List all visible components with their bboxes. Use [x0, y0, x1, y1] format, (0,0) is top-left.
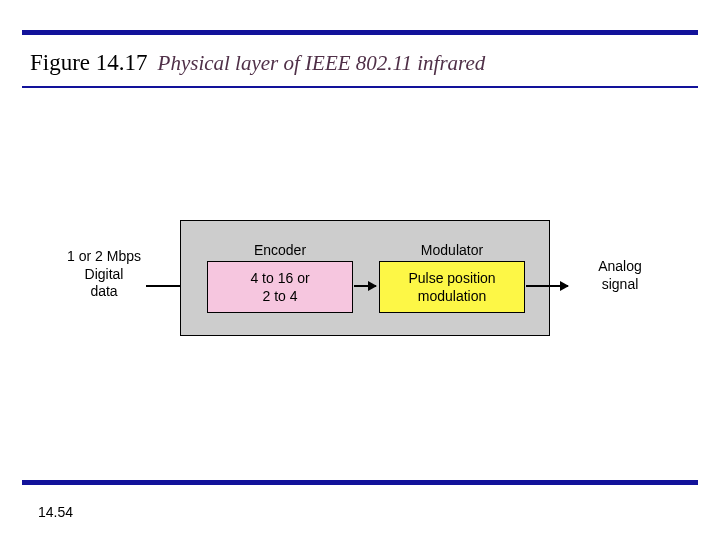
- top-rule: [22, 30, 698, 35]
- modulator-line1: Pulse position: [380, 270, 524, 288]
- modulator-header: Modulator: [380, 242, 524, 260]
- output-label: Analog signal: [572, 258, 668, 293]
- arrow-modulator-to-output: [526, 285, 568, 287]
- diagram: 1 or 2 Mbps Digital data Encoder 4 to 16…: [62, 220, 658, 352]
- input-type-2: data: [56, 283, 152, 301]
- title-underline: [22, 86, 698, 88]
- bottom-rule: [22, 480, 698, 485]
- modulator-line2: modulation: [380, 288, 524, 306]
- slide-page: Figure 14.17 Physical layer of IEEE 802.…: [0, 0, 720, 540]
- processing-panel: Encoder 4 to 16 or 2 to 4 Modulator Puls…: [180, 220, 550, 336]
- figure-caption: Physical layer of IEEE 802.11 infrared: [158, 51, 486, 76]
- output-type-2: signal: [572, 276, 668, 294]
- output-type-1: Analog: [572, 258, 668, 276]
- encoder-block: Encoder 4 to 16 or 2 to 4: [207, 261, 353, 313]
- encoder-line2: 2 to 4: [208, 288, 352, 306]
- input-type-1: Digital: [56, 266, 152, 284]
- arrow-encoder-to-modulator: [354, 285, 376, 287]
- encoder-header: Encoder: [208, 242, 352, 260]
- input-label: 1 or 2 Mbps Digital data: [56, 248, 152, 301]
- encoder-line1: 4 to 16 or: [208, 270, 352, 288]
- modulator-block: Modulator Pulse position modulation: [379, 261, 525, 313]
- input-rate: 1 or 2 Mbps: [56, 248, 152, 266]
- title-row: Figure 14.17 Physical layer of IEEE 802.…: [30, 50, 698, 76]
- figure-number: Figure 14.17: [30, 50, 148, 76]
- page-number: 14.54: [38, 504, 73, 520]
